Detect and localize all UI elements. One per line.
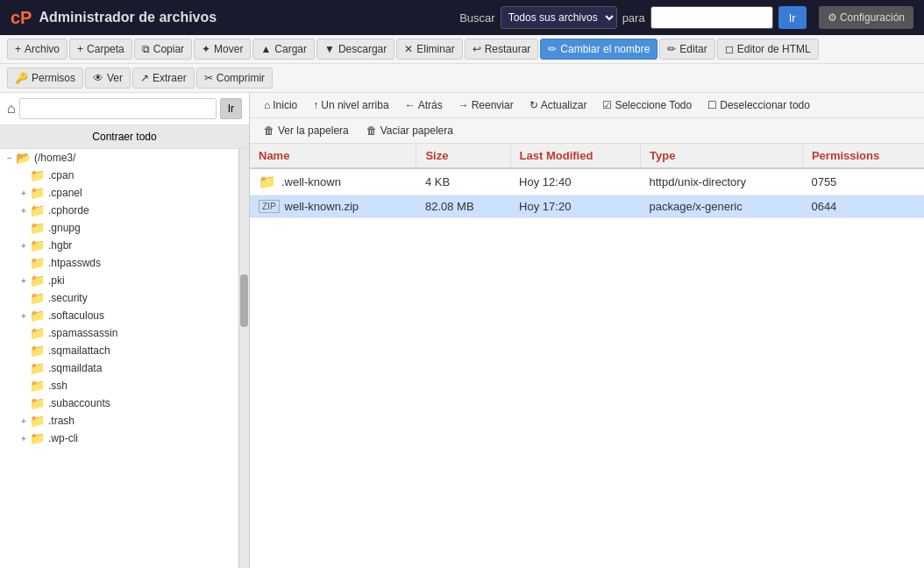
- archivo-button[interactable]: + Archivo: [7, 39, 68, 60]
- descargar-button[interactable]: ▼ Descargar: [316, 39, 394, 60]
- config-button[interactable]: ⚙ Configuración: [819, 6, 913, 29]
- app-title: Administrador de archivos: [39, 10, 217, 25]
- back-icon: ←: [405, 99, 416, 111]
- inicio-nav-button[interactable]: ⌂ Inicio: [257, 96, 304, 114]
- folder-icon: 📁: [30, 361, 45, 375]
- tree-item[interactable]: +📁.hgbr: [0, 237, 238, 254]
- tree-item[interactable]: 📁.sqmailattach: [0, 342, 238, 359]
- tree-item[interactable]: +📁.pki: [0, 272, 238, 289]
- eliminar-button[interactable]: ✕ Eliminar: [396, 39, 462, 60]
- cpanel-icon: cP: [11, 8, 32, 28]
- copiar-button[interactable]: ⧉ Copiar: [134, 39, 192, 60]
- permisos-button[interactable]: 🔑 Permisos: [7, 67, 83, 89]
- scrollbar-thumb: [240, 274, 248, 327]
- file-type: package/x-generic: [641, 195, 803, 218]
- tree-label: .pki: [48, 274, 65, 287]
- folder-file-icon: 📁: [259, 174, 276, 190]
- editar-button[interactable]: ✏ Editar: [659, 39, 714, 60]
- tree-item[interactable]: 📁.cpan: [0, 167, 238, 184]
- deseleccionar-todo-button[interactable]: ☐ Deseleccionar todo: [700, 96, 817, 114]
- tree-toggle: +: [18, 311, 30, 321]
- select-all-icon: ☑: [602, 99, 612, 111]
- table-row[interactable]: ZIP well-known.zip 82.08 MB Hoy 17:20 pa…: [250, 195, 924, 218]
- tree-item[interactable]: 📁.gnupg: [0, 219, 238, 237]
- carpeta-button[interactable]: + Carpeta: [69, 39, 132, 60]
- tree-item[interactable]: 📁.ssh: [0, 377, 238, 394]
- upload-icon: ▲: [260, 43, 271, 55]
- tree-item[interactable]: 📁.security: [0, 289, 238, 307]
- mover-button[interactable]: ✦ Mover: [194, 39, 251, 60]
- tree-label: .hgbr: [48, 239, 72, 252]
- tree-item[interactable]: 📁.sqmaildata: [0, 359, 238, 377]
- deselect-all-icon: ☐: [707, 99, 717, 111]
- empty-trash-icon: 🗑: [366, 124, 377, 137]
- file-name: .well-known: [281, 175, 341, 188]
- file-name-cell: ZIP well-known.zip: [250, 195, 416, 218]
- rename-icon: ✏: [548, 43, 557, 55]
- folder-icon: 📁: [30, 326, 45, 340]
- seleccione-todo-button[interactable]: ☑ Seleccione Todo: [595, 96, 699, 114]
- table-row[interactable]: 📁 .well-known 4 KB Hoy 12:40 httpd/unix-…: [250, 168, 924, 195]
- tree-item[interactable]: +📁.wp-cli: [0, 430, 238, 447]
- folder-icon: 📁: [30, 186, 45, 200]
- col-last-modified[interactable]: Last Modified: [510, 144, 640, 168]
- tree-item[interactable]: 📁.spamassassin: [0, 324, 238, 342]
- file-permissions: 0644: [802, 195, 924, 218]
- vaciar-papelera-button[interactable]: 🗑 Vaciar papelera: [359, 122, 460, 139]
- folder-icon: 📂: [16, 151, 31, 165]
- home-icon: ⌂: [7, 101, 16, 117]
- tree-scrollbar[interactable]: [238, 149, 249, 568]
- cargar-button[interactable]: ▲ Cargar: [252, 39, 315, 60]
- folder-icon: 📁: [30, 431, 45, 445]
- search-scope-select[interactable]: Todos sus archivos: [501, 6, 617, 29]
- delete-icon: ✕: [404, 43, 413, 55]
- file-name: well-known.zip: [285, 200, 359, 213]
- plus-icon: +: [77, 43, 83, 55]
- path-input[interactable]: [19, 98, 217, 119]
- folder-icon: 📁: [30, 221, 45, 235]
- col-type[interactable]: Type: [641, 144, 803, 168]
- left-panel-scroll: −📂(/home3/📁.cpan+📁.cpanel+📁.cphorde📁.gnu…: [0, 149, 249, 568]
- tree-item[interactable]: +📁.softaculous: [0, 307, 238, 324]
- tree-label: (/home3/: [34, 152, 75, 164]
- collapse-all-button[interactable]: Contraer todo: [0, 125, 249, 149]
- reenviar-button[interactable]: → Reenviar: [451, 96, 521, 114]
- file-type: httpd/unix-directory: [641, 168, 803, 195]
- search-input[interactable]: [650, 6, 773, 29]
- path-go-button[interactable]: Ir: [220, 98, 242, 119]
- restaurar-button[interactable]: ↩ Restaurar: [465, 39, 539, 60]
- extraer-button[interactable]: ↗ Extraer: [132, 67, 195, 89]
- tree-label: .softaculous: [48, 309, 104, 322]
- download-icon: ▼: [324, 43, 335, 55]
- path-bar: ⌂ Ir: [0, 93, 249, 125]
- folder-icon: 📁: [30, 414, 45, 428]
- up-icon: ↑: [313, 99, 318, 111]
- right-panel: ⌂ Inicio ↑ Un nivel arriba ← Atrás → Ree…: [250, 93, 924, 568]
- copy-icon: ⧉: [142, 43, 150, 55]
- tree-item[interactable]: 📁.subaccounts: [0, 394, 238, 412]
- trash-icon: 🗑: [264, 124, 274, 137]
- tree-item[interactable]: +📁.cphorde: [0, 202, 238, 219]
- col-name[interactable]: Name: [250, 144, 416, 168]
- tree-item[interactable]: +📁.trash: [0, 412, 238, 430]
- atras-button[interactable]: ← Atrás: [398, 96, 450, 114]
- file-permissions: 0755: [802, 168, 924, 195]
- un-nivel-arriba-button[interactable]: ↑ Un nivel arriba: [306, 96, 395, 114]
- comprimir-button[interactable]: ✂ Comprimir: [196, 67, 273, 89]
- tree-label: .cphorde: [48, 204, 89, 217]
- col-permissions[interactable]: Permissions: [802, 144, 924, 168]
- actualizar-button[interactable]: ↻ Actualizar: [522, 96, 594, 114]
- folder-icon: 📁: [30, 291, 45, 305]
- search-go-button[interactable]: Ir: [778, 6, 807, 29]
- col-size[interactable]: Size: [416, 144, 510, 168]
- ver-button[interactable]: 👁 Ver: [85, 67, 131, 89]
- plus-icon: +: [15, 43, 21, 55]
- tree-item[interactable]: 📁.htpasswds: [0, 254, 238, 272]
- tree-item[interactable]: +📁.cpanel: [0, 184, 238, 202]
- tree-item[interactable]: −📂(/home3/: [0, 149, 238, 167]
- folder-icon: 📁: [30, 273, 45, 288]
- folder-icon: 📁: [30, 168, 45, 182]
- cambiar-nombre-button[interactable]: ✏ Cambiar el nombre: [540, 39, 657, 60]
- editor-html-button[interactable]: ◻ Editor de HTML: [717, 39, 819, 60]
- ver-papelera-button[interactable]: 🗑 Ver la papelera: [257, 122, 356, 139]
